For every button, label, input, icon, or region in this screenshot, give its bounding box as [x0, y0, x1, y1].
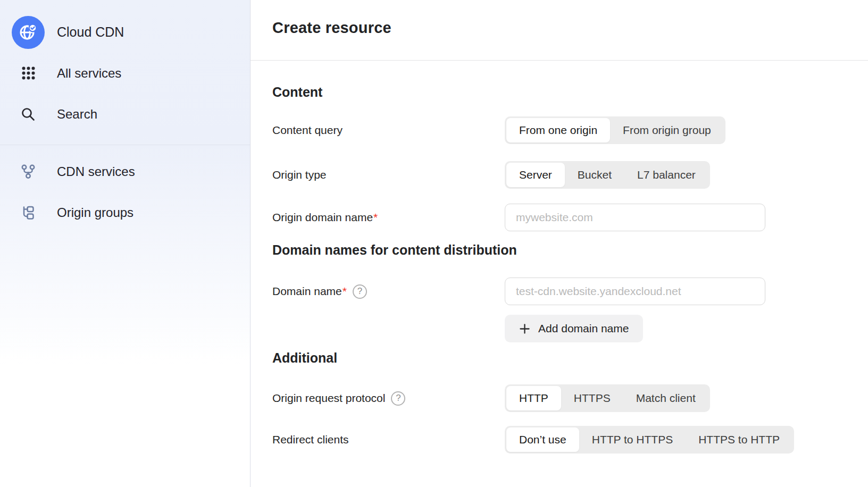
form-row-origin-type: Origin type Server Bucket L7 balancer	[272, 161, 868, 189]
section-title-domain-names: Domain names for content distribution	[272, 242, 868, 258]
domain-name-label: Domain name* ?	[272, 284, 505, 299]
search-icon	[12, 107, 45, 122]
option-from-one-origin[interactable]: From one origin	[506, 118, 610, 142]
plus-icon	[519, 323, 530, 334]
form-row-origin-request-protocol: Origin request protocol ? HTTP HTTPS Mat…	[272, 384, 868, 412]
help-icon[interactable]: ?	[391, 391, 405, 406]
sidebar-item-label: Origin groups	[57, 205, 133, 220]
domain-name-input[interactable]	[505, 278, 765, 305]
option-match-client[interactable]: Match client	[623, 386, 708, 410]
sidebar-item-all-services[interactable]: All services	[0, 53, 250, 94]
content-query-radio-group: From one origin From origin group	[505, 116, 725, 144]
globe-check-icon	[12, 16, 45, 49]
section-title-content: Content	[272, 84, 868, 100]
form-row-add-domain: Add domain name	[272, 315, 868, 342]
grid-icon	[12, 66, 45, 80]
origin-request-protocol-radio-group: HTTP HTTPS Match client	[505, 384, 710, 412]
sidebar-item-label: Search	[57, 107, 97, 122]
sidebar-item-origin-groups[interactable]: Origin groups	[0, 192, 250, 233]
option-server[interactable]: Server	[506, 163, 565, 187]
form-row-origin-domain-name: Origin domain name*	[272, 204, 868, 231]
sidebar-item-label: CDN services	[57, 164, 135, 179]
add-domain-name-button-label: Add domain name	[538, 322, 629, 335]
tree-icon	[12, 205, 45, 220]
redirect-clients-label: Redirect clients	[272, 433, 505, 446]
form-row-domain-name: Domain name* ?	[272, 278, 868, 305]
form-row-content-query: Content query From one origin From origi…	[272, 116, 868, 144]
sidebar-item-cdn-services[interactable]: CDN services	[0, 151, 250, 192]
origin-request-protocol-label: Origin request protocol ?	[272, 391, 505, 406]
sidebar-item-search[interactable]: Search	[0, 94, 250, 135]
fork-icon	[12, 164, 45, 179]
cloud-cdn-logo	[12, 16, 45, 49]
required-asterisk: *	[343, 285, 347, 298]
add-domain-name-button[interactable]: Add domain name	[505, 315, 643, 342]
content-query-label: Content query	[272, 124, 505, 137]
create-resource-form: Content Content query From one origin Fr…	[251, 84, 868, 454]
origin-type-radio-group: Server Bucket L7 balancer	[505, 161, 710, 189]
section-title-additional: Additional	[272, 350, 868, 366]
origin-domain-name-label: Origin domain name*	[272, 211, 505, 224]
option-https[interactable]: HTTPS	[561, 386, 623, 410]
option-http-to-https[interactable]: HTTP to HTTPS	[579, 427, 686, 452]
option-l7-balancer[interactable]: L7 balancer	[624, 163, 708, 187]
help-icon[interactable]: ?	[353, 284, 367, 299]
label-text: Origin request protocol	[272, 392, 385, 405]
sidebar-divider	[0, 145, 250, 145]
sidebar-item-cloud-cdn[interactable]: Cloud CDN	[0, 12, 250, 53]
option-https-to-http[interactable]: HTTPS to HTTP	[686, 427, 792, 452]
app-window: Cloud CDN All services Search	[0, 0, 868, 487]
form-row-redirect-clients: Redirect clients Don’t use HTTP to HTTPS…	[272, 426, 868, 454]
option-from-origin-group[interactable]: From origin group	[610, 118, 724, 142]
label-text: Origin domain name	[272, 211, 373, 224]
label-text: Content query	[272, 124, 343, 137]
label-text: Domain name	[272, 285, 342, 298]
service-title: Cloud CDN	[57, 24, 124, 40]
label-text: Redirect clients	[272, 433, 349, 446]
page-header: Create resource	[251, 0, 868, 61]
option-dont-use[interactable]: Don’t use	[506, 427, 579, 452]
sidebar: Cloud CDN All services Search	[0, 0, 251, 487]
redirect-clients-radio-group: Don’t use HTTP to HTTPS HTTPS to HTTP	[505, 426, 794, 454]
label-text: Origin type	[272, 169, 327, 181]
page-title: Create resource	[272, 19, 868, 37]
required-asterisk: *	[373, 211, 378, 224]
option-bucket[interactable]: Bucket	[565, 163, 624, 187]
main-panel: Create resource Content Content query Fr…	[251, 0, 868, 487]
origin-type-label: Origin type	[272, 169, 505, 181]
sidebar-item-label: All services	[57, 66, 121, 81]
option-http[interactable]: HTTP	[506, 386, 561, 410]
origin-domain-name-input[interactable]	[505, 204, 765, 231]
